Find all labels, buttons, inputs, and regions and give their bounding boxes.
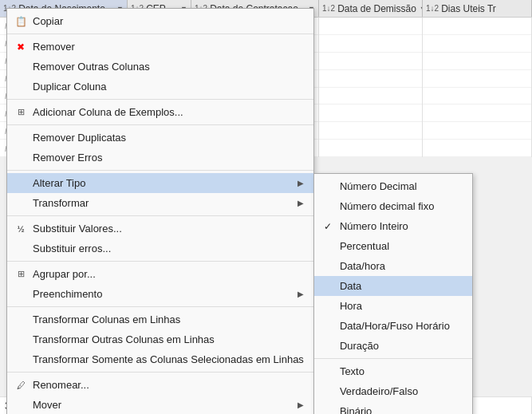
data-cell xyxy=(319,53,422,70)
menu-alter-tipo[interactable]: Alterar Tipo ▶ Número Decimal Número dec… xyxy=(7,173,313,193)
separator xyxy=(7,261,313,262)
check-icon: ✓ xyxy=(321,221,335,232)
menu-label: Copiar xyxy=(33,15,304,27)
header-label: Data de Demissão xyxy=(337,3,416,14)
data-cell xyxy=(319,35,422,53)
data-cell xyxy=(423,140,531,157)
col-dias-uteis xyxy=(423,18,532,157)
submenu-numero-inteiro[interactable]: ✓ Número Inteiro xyxy=(314,216,472,236)
menu-duplicate-col[interactable]: Duplicar Coluna xyxy=(7,77,313,97)
remove-icon: ✖ xyxy=(14,41,28,53)
header-label: Dias Uteis Tr xyxy=(441,3,496,14)
menu-agrupar-por[interactable]: ⊞ Agrupar por... xyxy=(7,264,313,284)
menu-substituir-valores[interactable]: ½ Substituir Valores... xyxy=(7,219,313,239)
submenu-binario[interactable]: Binário xyxy=(314,401,472,414)
data-cell xyxy=(319,104,422,122)
data-cell xyxy=(423,70,531,88)
submenu-label: Número Inteiro xyxy=(340,220,463,232)
menu-preenchimento[interactable]: Preenchimento ▶ xyxy=(7,284,313,304)
separator xyxy=(7,215,313,216)
submenu-label: Texto xyxy=(340,365,463,377)
menu-label: Remover Duplicatas xyxy=(33,132,304,144)
menu-substituir-erros[interactable]: Substituir erros... xyxy=(7,239,313,258)
submenu-label: Data/Hora/Fuso Horário xyxy=(340,320,463,332)
data-cell xyxy=(423,53,531,70)
menu-label: Renomear... xyxy=(33,379,304,391)
submenu-label: Data xyxy=(340,280,463,292)
separator xyxy=(314,358,472,359)
submenu-percentual[interactable]: Percentual xyxy=(314,236,472,256)
type-icon: 1↓2 xyxy=(322,4,335,13)
menu-label: Substituir erros... xyxy=(33,242,304,254)
menu-label: Remover xyxy=(33,41,304,53)
submenu-label: Número decimal fixo xyxy=(340,200,463,212)
submenu-arrow: ▶ xyxy=(282,179,304,187)
menu-label: Transformar xyxy=(33,197,282,209)
submenu-data-hora[interactable]: Data/hora xyxy=(314,256,472,276)
menu-remove-dupes[interactable]: Remover Duplicatas xyxy=(7,128,313,148)
menu-transform-outras-linhas[interactable]: Transformar Outras Colunas em Linhas xyxy=(7,329,313,349)
submenu-verdadeiro-falso[interactable]: Verdadeiro/Falso xyxy=(314,381,472,401)
menu-label: Transformar Colunas em Linhas xyxy=(33,313,304,325)
menu-label: Adicionar Coluna de Exemplos... xyxy=(33,106,304,118)
menu-renomear[interactable]: 🖊 Renomear... xyxy=(7,375,313,395)
separator xyxy=(7,372,313,373)
menu-transformar[interactable]: Transformar ▶ xyxy=(7,193,313,213)
submenu-label: Binário xyxy=(340,405,463,414)
type-icon: 1↓2 xyxy=(426,4,439,13)
submenu-data-hora-fuso[interactable]: Data/Hora/Fuso Horário xyxy=(314,316,472,336)
submenu-data[interactable]: Data xyxy=(314,276,472,296)
data-cell xyxy=(423,122,531,140)
data-cell xyxy=(319,140,422,157)
separator xyxy=(7,170,313,171)
submenu-arrow: ▶ xyxy=(282,400,304,409)
separator xyxy=(7,124,313,125)
substituir-icon: ½ xyxy=(14,224,28,234)
submenu-numero-decimal[interactable]: Número Decimal xyxy=(314,176,472,196)
data-cell xyxy=(319,122,422,140)
data-cell xyxy=(319,70,422,88)
menu-label: Duplicar Coluna xyxy=(33,81,304,93)
menu-mover[interactable]: Mover ▶ xyxy=(7,395,313,414)
menu-label: Preenchimento xyxy=(33,288,282,300)
submenu-numero-decimal-fixo[interactable]: Número decimal fixo xyxy=(314,196,472,216)
menu-remove[interactable]: ✖ Remover xyxy=(7,37,313,57)
menu-label: Transformar Somente as Colunas Seleciona… xyxy=(33,353,304,365)
copy-icon: 📋 xyxy=(14,16,28,27)
menu-remove-errors[interactable]: Remover Erros xyxy=(7,148,313,168)
menu-label: Substituir Valores... xyxy=(33,223,304,235)
submenu-duracao[interactable]: Duração xyxy=(314,336,472,356)
header-dias-uteis[interactable]: 1↓2 Dias Uteis Tr xyxy=(423,0,532,17)
menu-transform-cols-linhas[interactable]: Transformar Colunas em Linhas xyxy=(7,310,313,329)
submenu-label: Hora xyxy=(340,300,463,312)
menu-label: Alterar Tipo xyxy=(33,177,282,189)
context-menu: 📋 Copiar ✖ Remover Remover Outras Coluna… xyxy=(6,8,314,414)
data-cell xyxy=(319,88,422,105)
context-menu-overlay: 📋 Copiar ✖ Remover Remover Outras Coluna… xyxy=(6,8,314,414)
submenu-arrow: ▶ xyxy=(282,290,304,298)
renomear-icon: 🖊 xyxy=(14,380,28,390)
menu-label: Transformar Outras Colunas em Linhas xyxy=(33,333,304,345)
data-cell xyxy=(423,18,531,35)
submenu-label: Verdadeiro/Falso xyxy=(340,385,463,397)
menu-transform-selecionadas[interactable]: Transformar Somente as Colunas Seleciona… xyxy=(7,349,313,369)
submenu-texto[interactable]: Texto xyxy=(314,361,472,381)
add-col-icon: ⊞ xyxy=(14,107,28,117)
data-cell xyxy=(423,35,531,53)
dropdown-arrow[interactable]: ▼ xyxy=(416,5,423,13)
menu-copy[interactable]: 📋 Copiar xyxy=(7,11,313,31)
agrupar-icon: ⊞ xyxy=(14,269,28,279)
submenu-label: Percentual xyxy=(340,240,463,252)
menu-label: Agrupar por... xyxy=(33,268,304,280)
submenu-arrow: ▶ xyxy=(282,199,304,207)
separator xyxy=(7,99,313,100)
separator xyxy=(7,306,313,307)
submenu-label: Duração xyxy=(340,340,463,352)
menu-label: Remover Outras Colunas xyxy=(33,61,304,73)
menu-add-col-examples[interactable]: ⊞ Adicionar Coluna de Exemplos... xyxy=(7,102,313,122)
submenu-hora[interactable]: Hora xyxy=(314,296,472,316)
data-cell xyxy=(423,104,531,122)
submenu-alter-tipo: Número Decimal Número decimal fixo ✓ Núm… xyxy=(313,173,473,414)
header-data-demissao[interactable]: 1↓2 Data de Demissão ▼ xyxy=(319,0,423,17)
menu-remove-other-cols[interactable]: Remover Outras Colunas xyxy=(7,57,313,77)
